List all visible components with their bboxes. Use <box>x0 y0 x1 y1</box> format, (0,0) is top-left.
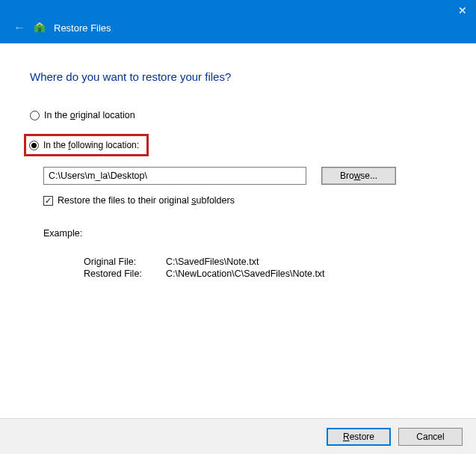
browse-button[interactable]: Browse... <box>321 167 396 185</box>
title-bar: ✕ ← Restore Files <box>0 0 476 43</box>
path-input[interactable] <box>43 167 306 185</box>
restore-button[interactable]: Restore <box>327 428 391 446</box>
example-block: Example: Original File: C:\SavedFiles\No… <box>43 228 446 279</box>
svg-rect-1 <box>38 28 41 32</box>
example-rest-value: C:\NewLocation\C\SavedFiles\Note.txt <box>166 269 446 279</box>
window-title: Restore Files <box>54 22 111 34</box>
checkbox-label: Restore the files to their original subf… <box>58 195 235 206</box>
example-label: Example: <box>43 228 446 239</box>
radio-icon <box>29 141 39 150</box>
location-row: Browse... <box>43 167 446 185</box>
content-area: Where do you want to restore your files?… <box>0 43 476 417</box>
radio-original-label: In the original location <box>44 110 135 120</box>
restore-subfolders-checkbox[interactable]: ✓ Restore the files to their original su… <box>43 195 446 206</box>
checkbox-icon: ✓ <box>43 196 53 206</box>
close-icon[interactable]: ✕ <box>458 4 467 16</box>
footer: Restore Cancel <box>0 418 476 454</box>
page-heading: Where do you want to restore your files? <box>30 70 446 83</box>
example-orig-value: C:\SavedFiles\Note.txt <box>166 257 446 267</box>
radio-following-location[interactable]: In the following location: <box>24 134 149 156</box>
radio-icon <box>30 111 40 120</box>
example-orig-label: Original File: <box>84 257 166 267</box>
cancel-button[interactable]: Cancel <box>398 428 463 446</box>
example-rest-label: Restored File: <box>84 269 166 279</box>
app-icon <box>33 21 46 34</box>
radio-following-label: In the following location: <box>43 140 139 150</box>
radio-original-location[interactable]: In the original location <box>30 110 446 120</box>
back-arrow-icon[interactable]: ← <box>13 21 25 34</box>
title-row: ← Restore Files <box>13 21 111 34</box>
